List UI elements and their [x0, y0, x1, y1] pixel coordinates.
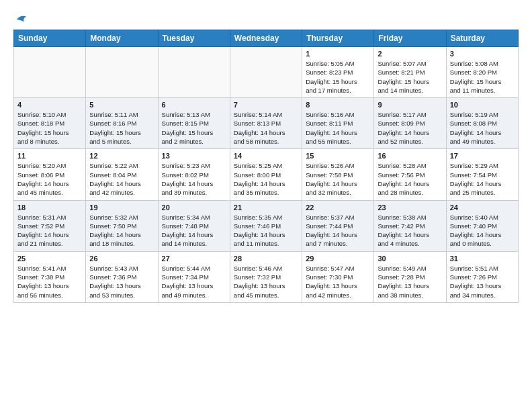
day-info: Sunrise: 5:08 AM Sunset: 8:20 PM Dayligh… — [450, 59, 515, 95]
day-cell: 29Sunrise: 5:47 AM Sunset: 7:30 PM Dayli… — [302, 251, 374, 302]
day-cell — [14, 47, 86, 98]
col-header-tuesday: Tuesday — [158, 30, 230, 47]
day-cell: 25Sunrise: 5:41 AM Sunset: 7:38 PM Dayli… — [14, 251, 86, 302]
header — [13, 11, 519, 23]
day-number: 13 — [162, 152, 226, 160]
day-info: Sunrise: 5:14 AM Sunset: 8:13 PM Dayligh… — [234, 110, 298, 146]
day-cell: 16Sunrise: 5:28 AM Sunset: 7:56 PM Dayli… — [374, 149, 446, 200]
day-info: Sunrise: 5:17 AM Sunset: 8:09 PM Dayligh… — [378, 110, 442, 146]
col-header-saturday: Saturday — [446, 30, 518, 47]
day-cell: 21Sunrise: 5:35 AM Sunset: 7:46 PM Dayli… — [230, 200, 302, 251]
day-info: Sunrise: 5:28 AM Sunset: 7:56 PM Dayligh… — [378, 161, 442, 197]
day-cell: 12Sunrise: 5:22 AM Sunset: 8:04 PM Dayli… — [86, 149, 158, 200]
day-cell: 13Sunrise: 5:23 AM Sunset: 8:02 PM Dayli… — [158, 149, 230, 200]
day-info: Sunrise: 5:34 AM Sunset: 7:48 PM Dayligh… — [162, 213, 226, 248]
day-cell: 6Sunrise: 5:13 AM Sunset: 8:15 PM Daylig… — [158, 98, 230, 149]
day-number: 27 — [162, 255, 226, 263]
day-info: Sunrise: 5:10 AM Sunset: 8:18 PM Dayligh… — [17, 110, 82, 146]
day-number: 18 — [17, 203, 82, 212]
day-number: 3 — [450, 50, 515, 58]
day-cell: 1Sunrise: 5:05 AM Sunset: 8:23 PM Daylig… — [302, 47, 374, 98]
col-header-wednesday: Wednesday — [230, 30, 302, 47]
day-info: Sunrise: 5:13 AM Sunset: 8:15 PM Dayligh… — [162, 110, 226, 146]
col-header-thursday: Thursday — [302, 30, 374, 47]
day-cell: 17Sunrise: 5:29 AM Sunset: 7:54 PM Dayli… — [446, 149, 518, 200]
day-cell: 7Sunrise: 5:14 AM Sunset: 8:13 PM Daylig… — [230, 98, 302, 149]
day-info: Sunrise: 5:47 AM Sunset: 7:30 PM Dayligh… — [306, 264, 370, 300]
day-info: Sunrise: 5:35 AM Sunset: 7:46 PM Dayligh… — [234, 213, 298, 248]
logo-bird-icon — [15, 13, 28, 26]
day-cell: 11Sunrise: 5:20 AM Sunset: 8:06 PM Dayli… — [14, 149, 86, 200]
day-info: Sunrise: 5:22 AM Sunset: 8:04 PM Dayligh… — [89, 161, 154, 197]
day-cell: 31Sunrise: 5:51 AM Sunset: 7:26 PM Dayli… — [446, 251, 518, 302]
day-number: 14 — [234, 152, 298, 160]
day-cell: 14Sunrise: 5:25 AM Sunset: 8:00 PM Dayli… — [230, 149, 302, 200]
day-cell: 24Sunrise: 5:40 AM Sunset: 7:40 PM Dayli… — [446, 200, 518, 251]
day-cell: 3Sunrise: 5:08 AM Sunset: 8:20 PM Daylig… — [446, 47, 518, 98]
day-number: 28 — [234, 255, 298, 263]
day-cell: 5Sunrise: 5:11 AM Sunset: 8:16 PM Daylig… — [86, 98, 158, 149]
day-cell — [230, 47, 302, 98]
week-row-2: 4Sunrise: 5:10 AM Sunset: 8:18 PM Daylig… — [14, 98, 519, 149]
day-number: 6 — [162, 101, 226, 109]
day-number: 10 — [450, 101, 515, 109]
day-info: Sunrise: 5:19 AM Sunset: 8:08 PM Dayligh… — [450, 110, 515, 146]
day-number: 21 — [234, 203, 298, 212]
day-info: Sunrise: 5:07 AM Sunset: 8:21 PM Dayligh… — [378, 59, 442, 95]
day-number: 29 — [306, 255, 370, 263]
col-header-monday: Monday — [86, 30, 158, 47]
day-cell: 18Sunrise: 5:31 AM Sunset: 7:52 PM Dayli… — [14, 200, 86, 251]
calendar: SundayMondayTuesdayWednesdayThursdayFrid… — [13, 30, 519, 303]
day-info: Sunrise: 5:32 AM Sunset: 7:50 PM Dayligh… — [89, 213, 154, 248]
col-header-sunday: Sunday — [14, 30, 86, 47]
day-info: Sunrise: 5:37 AM Sunset: 7:44 PM Dayligh… — [306, 213, 370, 248]
day-info: Sunrise: 5:49 AM Sunset: 7:28 PM Dayligh… — [378, 264, 442, 300]
day-info: Sunrise: 5:44 AM Sunset: 7:34 PM Dayligh… — [162, 264, 226, 300]
day-cell: 26Sunrise: 5:43 AM Sunset: 7:36 PM Dayli… — [86, 251, 158, 302]
day-number: 5 — [89, 101, 154, 109]
day-cell: 30Sunrise: 5:49 AM Sunset: 7:28 PM Dayli… — [374, 251, 446, 302]
day-number: 16 — [378, 152, 442, 160]
day-number: 7 — [234, 101, 298, 109]
day-number: 23 — [378, 203, 442, 212]
day-number: 22 — [306, 203, 370, 212]
day-number: 17 — [450, 152, 515, 160]
day-number: 12 — [89, 152, 154, 160]
day-number: 9 — [378, 101, 442, 109]
day-cell: 23Sunrise: 5:38 AM Sunset: 7:42 PM Dayli… — [374, 200, 446, 251]
day-number: 15 — [306, 152, 370, 160]
day-number: 8 — [306, 101, 370, 109]
day-number: 2 — [378, 50, 442, 58]
day-number: 30 — [378, 255, 442, 263]
day-number: 24 — [450, 203, 515, 212]
day-cell: 9Sunrise: 5:17 AM Sunset: 8:09 PM Daylig… — [374, 98, 446, 149]
day-cell: 19Sunrise: 5:32 AM Sunset: 7:50 PM Dayli… — [86, 200, 158, 251]
day-number: 19 — [89, 203, 154, 212]
week-row-1: 1Sunrise: 5:05 AM Sunset: 8:23 PM Daylig… — [14, 47, 519, 98]
day-info: Sunrise: 5:20 AM Sunset: 8:06 PM Dayligh… — [17, 161, 82, 197]
day-cell: 20Sunrise: 5:34 AM Sunset: 7:48 PM Dayli… — [158, 200, 230, 251]
day-info: Sunrise: 5:16 AM Sunset: 8:11 PM Dayligh… — [306, 110, 370, 146]
day-cell: 22Sunrise: 5:37 AM Sunset: 7:44 PM Dayli… — [302, 200, 374, 251]
calendar-header-row: SundayMondayTuesdayWednesdayThursdayFrid… — [14, 30, 519, 47]
day-info: Sunrise: 5:05 AM Sunset: 8:23 PM Dayligh… — [306, 59, 370, 95]
day-cell — [86, 47, 158, 98]
day-cell: 4Sunrise: 5:10 AM Sunset: 8:18 PM Daylig… — [14, 98, 86, 149]
day-cell — [158, 47, 230, 98]
day-number: 25 — [17, 255, 82, 263]
day-cell: 10Sunrise: 5:19 AM Sunset: 8:08 PM Dayli… — [446, 98, 518, 149]
col-header-friday: Friday — [374, 30, 446, 47]
day-info: Sunrise: 5:11 AM Sunset: 8:16 PM Dayligh… — [89, 110, 154, 146]
day-number: 31 — [450, 255, 515, 263]
logo — [13, 13, 28, 23]
day-info: Sunrise: 5:29 AM Sunset: 7:54 PM Dayligh… — [450, 161, 515, 197]
day-cell: 28Sunrise: 5:46 AM Sunset: 7:32 PM Dayli… — [230, 251, 302, 302]
day-info: Sunrise: 5:51 AM Sunset: 7:26 PM Dayligh… — [450, 264, 515, 300]
day-cell: 15Sunrise: 5:26 AM Sunset: 7:58 PM Dayli… — [302, 149, 374, 200]
day-number: 4 — [17, 101, 82, 109]
day-number: 11 — [17, 152, 82, 160]
week-row-4: 18Sunrise: 5:31 AM Sunset: 7:52 PM Dayli… — [14, 200, 519, 251]
day-number: 20 — [162, 203, 226, 212]
day-cell: 8Sunrise: 5:16 AM Sunset: 8:11 PM Daylig… — [302, 98, 374, 149]
day-info: Sunrise: 5:43 AM Sunset: 7:36 PM Dayligh… — [89, 264, 154, 300]
